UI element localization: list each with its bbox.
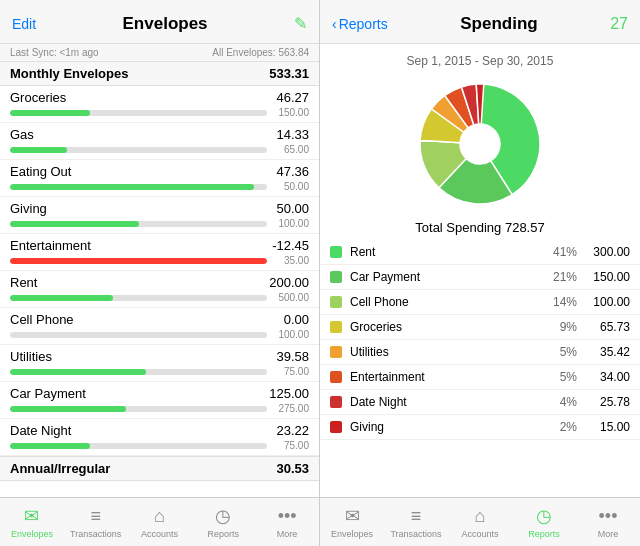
pie-chart [410,74,550,214]
legend-amount: 15.00 [585,420,630,434]
legend-name: Car Payment [350,270,539,284]
legend-pct: 5% [547,345,577,359]
legend-item[interactable]: Entertainment 5% 34.00 [320,365,640,390]
right-envelopes-label: Envelopes [331,529,373,539]
envelope-budget: 75.00 [271,440,309,451]
legend-item[interactable]: Giving 2% 15.00 [320,415,640,440]
envelope-name: Entertainment [10,238,91,253]
progress-track [10,147,267,153]
progress-track [10,443,267,449]
calendar-icon[interactable]: 27 [610,15,628,33]
legend-color [330,296,342,308]
monthly-amount: 533.31 [269,66,309,81]
legend-pct: 2% [547,420,577,434]
envelope-budget: 100.00 [271,329,309,340]
envelopes-icon: ✉ [24,505,39,527]
right-nav-envelopes[interactable]: ✉ Envelopes [320,498,384,546]
legend-color [330,371,342,383]
right-header: ‹ Reports Spending 27 [320,0,640,44]
legend-pct: 21% [547,270,577,284]
envelope-budget: 50.00 [271,181,309,192]
envelope-budget: 275.00 [271,403,309,414]
right-nav-transactions[interactable]: ≡ Transactions [384,498,448,546]
envelope-amount: 0.00 [284,312,309,327]
legend-pct: 9% [547,320,577,334]
left-bottom-nav: ✉ Envelopes ≡ Transactions ⌂ Accounts ◷ … [0,497,319,546]
list-item[interactable]: Groceries 46.27 150.00 [0,86,319,123]
monthly-label: Monthly Envelopes [10,66,128,81]
date-range: Sep 1, 2015 - Sep 30, 2015 [407,54,554,68]
nav-reports[interactable]: ◷ Reports [191,498,255,546]
legend-color [330,346,342,358]
right-nav-accounts[interactable]: ⌂ Accounts [448,498,512,546]
list-item[interactable]: Giving 50.00 100.00 [0,197,319,234]
legend-item[interactable]: Cell Phone 14% 100.00 [320,290,640,315]
right-panel: ‹ Reports Spending 27 Sep 1, 2015 - Sep … [320,0,640,546]
envelope-budget: 35.00 [271,255,309,266]
envelope-name: Eating Out [10,164,71,179]
envelope-amount: 46.27 [276,90,309,105]
nav-accounts[interactable]: ⌂ Accounts [128,498,192,546]
list-item[interactable]: Car Payment 125.00 275.00 [0,382,319,419]
back-chevron: ‹ [332,16,337,32]
list-item[interactable]: Date Night 23.22 75.00 [0,419,319,456]
back-button[interactable]: ‹ Reports [332,16,388,32]
envelope-name: Cell Phone [10,312,74,327]
transactions-nav-label: Transactions [70,529,121,539]
list-item[interactable]: Eating Out 47.36 50.00 [0,160,319,197]
reports-nav-label: Reports [208,529,240,539]
legend-item[interactable]: Utilities 5% 35.42 [320,340,640,365]
edit-icon[interactable]: ✎ [294,14,307,33]
edit-button[interactable]: Edit [12,16,36,32]
list-item[interactable]: Utilities 39.58 75.00 [0,345,319,382]
envelope-name: Date Night [10,423,71,438]
envelope-amount: -12.45 [272,238,309,253]
progress-track [10,369,267,375]
right-bottom-nav: ✉ Envelopes ≡ Transactions ⌂ Accounts ◷ … [320,497,640,546]
right-envelopes-icon: ✉ [345,505,360,527]
sync-bar: Last Sync: <1m ago All Envelopes: 563.84 [0,44,319,62]
right-nav-reports[interactable]: ◷ Reports [512,498,576,546]
legend-name: Date Night [350,395,539,409]
envelope-budget: 150.00 [271,107,309,118]
right-accounts-label: Accounts [461,529,498,539]
right-reports-label: Reports [528,529,560,539]
envelope-name: Rent [10,275,37,290]
annual-label: Annual/Irregular [10,461,110,476]
monthly-section-header: Monthly Envelopes 533.31 [0,62,319,86]
legend-color [330,246,342,258]
legend-name: Entertainment [350,370,539,384]
envelope-budget: 500.00 [271,292,309,303]
right-nav-more[interactable]: ••• More [576,498,640,546]
legend-name: Giving [350,420,539,434]
nav-more[interactable]: ••• More [255,498,319,546]
list-item[interactable]: Rent 200.00 500.00 [0,271,319,308]
envelope-name: Groceries [10,90,66,105]
list-item[interactable]: Cell Phone 0.00 100.00 [0,308,319,345]
list-item[interactable]: Gas 14.33 65.00 [0,123,319,160]
envelopes-nav-label: Envelopes [11,529,53,539]
legend-item[interactable]: Rent 41% 300.00 [320,240,640,265]
legend-item[interactable]: Groceries 9% 65.73 [320,315,640,340]
progress-track [10,406,267,412]
legend-item[interactable]: Car Payment 21% 150.00 [320,265,640,290]
legend-pct: 14% [547,295,577,309]
back-label: Reports [339,16,388,32]
envelope-name: Utilities [10,349,52,364]
right-more-label: More [598,529,619,539]
left-header: Edit Envelopes ✎ [0,0,319,44]
legend-item[interactable]: Date Night 4% 25.78 [320,390,640,415]
envelope-list: Monthly Envelopes 533.31 Groceries 46.27… [0,62,319,497]
list-item[interactable]: Entertainment -12.45 35.00 [0,234,319,271]
reports-icon: ◷ [215,505,231,527]
envelope-amount: 47.36 [276,164,309,179]
legend-amount: 25.78 [585,395,630,409]
progress-fill [10,295,113,301]
nav-envelopes[interactable]: ✉ Envelopes [0,498,64,546]
envelope-name: Gas [10,127,34,142]
right-transactions-label: Transactions [390,529,441,539]
left-title: Envelopes [123,14,208,34]
nav-transactions[interactable]: ≡ Transactions [64,498,128,546]
right-more-icon: ••• [599,506,618,527]
right-transactions-icon: ≡ [411,506,422,527]
